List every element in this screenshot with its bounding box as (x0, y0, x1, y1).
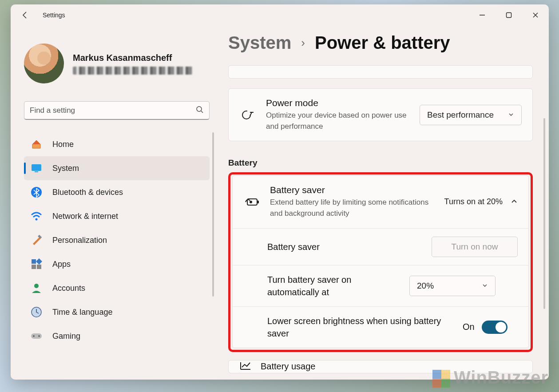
svg-rect-1 (507, 13, 511, 18)
sidebar-item-label: Home (52, 140, 74, 149)
previous-card-cutoff (228, 65, 533, 79)
battery-usage-title: Battery usage (261, 361, 315, 372)
sidebar-item-label: Network & internet (52, 212, 118, 221)
power-mode-card: Power mode Optimize your device based on… (228, 88, 533, 141)
breadcrumb-root[interactable]: System (228, 33, 291, 53)
sidebar: Markus Kasanmascheff Find a setting Home (11, 26, 215, 380)
main-content: System › Power & battery Power mode Opti… (215, 26, 549, 380)
gamepad-icon (30, 330, 43, 342)
close-button[interactable] (522, 4, 549, 26)
svg-rect-5 (35, 171, 38, 172)
lower-brightness-toggle[interactable] (482, 321, 507, 334)
svg-rect-10 (36, 258, 42, 265)
sidebar-item-label: Bluetooth & devices (52, 188, 123, 197)
power-mode-icon (239, 110, 257, 120)
auto-on-label: Turn battery saver on automatically at (267, 273, 400, 298)
svg-rect-12 (37, 265, 41, 269)
power-mode-title: Power mode (266, 98, 411, 108)
sidebar-item-bluetooth[interactable]: Bluetooth & devices (24, 180, 210, 204)
apps-icon (30, 258, 43, 270)
minimize-button[interactable] (469, 4, 496, 26)
brush-icon (30, 234, 43, 246)
sidebar-item-label: Time & language (52, 308, 112, 317)
sidebar-item-home[interactable]: Home (24, 132, 210, 156)
battery-section-heading: Battery (228, 158, 533, 168)
svg-rect-15 (31, 333, 42, 339)
app-title: Settings (43, 12, 65, 19)
sidebar-item-label: Apps (52, 260, 71, 269)
toggle-knob (496, 322, 506, 333)
avatar (24, 44, 64, 83)
svg-rect-4 (32, 164, 41, 171)
battery-saver-status: Turns on at 20% (444, 197, 503, 206)
chevron-right-icon: › (301, 36, 305, 50)
battery-saver-expander[interactable]: Battery saver Extend battery life by lim… (233, 176, 528, 228)
svg-rect-11 (32, 265, 36, 269)
svg-line-3 (201, 111, 203, 113)
home-icon (30, 138, 43, 150)
sidebar-item-time-language[interactable]: Time & language (24, 300, 210, 324)
svg-rect-20 (257, 201, 259, 203)
battery-saver-title: Battery saver (270, 185, 436, 195)
svg-point-17 (38, 335, 40, 337)
auto-on-value: 20% (417, 281, 434, 291)
profile-block[interactable]: Markus Kasanmascheff (24, 30, 215, 92)
settings-window: Settings Markus Kasanmascheff F (11, 4, 549, 380)
person-icon (30, 282, 43, 294)
search-input[interactable]: Find a setting (24, 101, 210, 120)
battery-saver-desc: Extend battery life by limiting some not… (270, 197, 436, 219)
sidebar-item-accounts[interactable]: Accounts (24, 276, 210, 300)
annotation-highlight: Battery saver Extend battery life by lim… (228, 172, 533, 352)
profile-email-redacted (73, 67, 193, 75)
battery-saver-sub-label: Battery saver (267, 241, 423, 253)
profile-name: Markus Kasanmascheff (73, 53, 193, 63)
chevron-up-icon (511, 198, 518, 206)
back-button[interactable] (18, 11, 33, 20)
maximize-button[interactable] (496, 4, 522, 26)
svg-point-13 (34, 284, 39, 288)
sidebar-item-system[interactable]: System (24, 156, 210, 180)
svg-point-18 (242, 111, 250, 119)
chart-icon (239, 361, 252, 372)
svg-point-21 (250, 201, 252, 203)
system-icon (30, 162, 43, 174)
sidebar-item-label: Personalization (52, 236, 107, 245)
watermark: WinBuzzer (432, 368, 548, 388)
svg-point-7 (36, 218, 38, 221)
clock-globe-icon (30, 306, 43, 318)
sidebar-item-network[interactable]: Network & internet (24, 204, 210, 228)
search-icon (196, 106, 204, 115)
watermark-logo-icon (432, 370, 450, 388)
chevron-down-icon (482, 281, 488, 291)
titlebar: Settings (11, 4, 549, 26)
sidebar-item-label: System (52, 164, 79, 173)
power-mode-value: Best performance (427, 110, 494, 120)
power-mode-desc: Optimize your device based on power use … (266, 110, 411, 132)
auto-on-select[interactable]: 20% (409, 276, 496, 296)
search-placeholder: Find a setting (30, 106, 196, 115)
power-mode-select[interactable]: Best performance (420, 105, 522, 125)
svg-rect-9 (32, 259, 36, 264)
chevron-down-icon (508, 110, 514, 120)
sidebar-item-label: Gaming (52, 332, 80, 341)
sidebar-item-label: Accounts (52, 284, 85, 293)
sidebar-item-apps[interactable]: Apps (24, 252, 210, 276)
svg-point-16 (33, 335, 35, 337)
content-scrollbar[interactable] (543, 118, 545, 309)
sidebar-item-personalization[interactable]: Personalization (24, 228, 210, 252)
page-title: Power & battery (315, 33, 450, 53)
lower-brightness-label: Lower screen brightness when using batte… (267, 315, 454, 340)
nav: Home System Bluetooth & devices (24, 132, 210, 348)
sidebar-scrollbar[interactable] (212, 132, 214, 297)
toggle-state-text: On (463, 322, 475, 332)
svg-point-2 (197, 107, 202, 111)
turn-on-now-button[interactable]: Turn on now (432, 237, 518, 257)
breadcrumb: System › Power & battery (228, 33, 533, 53)
bluetooth-icon (30, 186, 43, 198)
battery-saver-icon (243, 197, 261, 207)
wifi-icon (30, 210, 43, 222)
sidebar-item-gaming[interactable]: Gaming (24, 324, 210, 348)
